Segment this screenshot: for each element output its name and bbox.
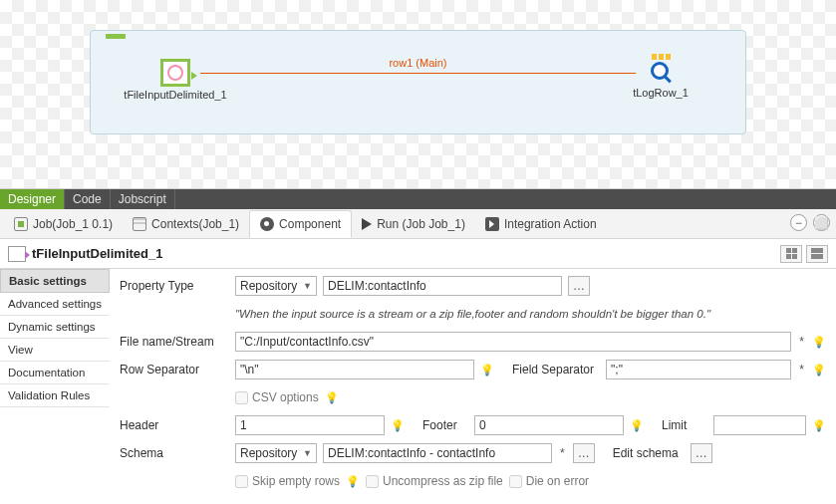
canvas-handle [106,34,126,39]
select-value: Repository [240,446,297,460]
node-label: tLogRow_1 [596,87,725,99]
hint-icon[interactable]: 💡 [346,475,360,488]
property-view-tabs: Job(Job_1 0.1) Contexts(Job_1) Component… [0,209,836,239]
nav-basic-settings[interactable]: Basic settings [0,269,110,293]
checkbox-label: Die on error [526,474,589,488]
property-type-label: Property Type [120,279,229,293]
component-header: tFileInputDelimited_1 [0,239,836,269]
nav-dynamic-settings[interactable]: Dynamic settings [0,316,110,339]
node-label: tFileInputDelimited_1 [111,89,240,101]
hint-icon[interactable]: 💡 [812,419,826,432]
schema-label: Schema [120,446,229,460]
tab-label: Component [279,217,341,231]
required-marker: * [797,335,806,349]
settings-side-nav: Basic settings Advanced settings Dynamic… [0,269,110,504]
component-type-icon [8,246,26,262]
uncompress-checkbox[interactable]: Uncompress as zip file [366,474,503,488]
field-separator-field[interactable]: ";" [606,360,791,379]
tab-label: Job(Job_1 0.1) [33,217,113,231]
schema-browse-button[interactable]: … [573,443,595,463]
required-marker: * [797,363,806,377]
row-separator-field[interactable]: "\n" [235,360,474,379]
nav-validation-rules[interactable]: Validation Rules [0,384,110,407]
node-tlogrow[interactable]: tLogRow_1 [596,59,725,99]
header-field[interactable]: 1 [235,415,385,435]
palette-icon [260,217,274,231]
field-value: 0 [479,418,486,432]
minimize-button[interactable]: − [790,214,807,231]
footer-field[interactable]: 0 [474,415,624,435]
tab-designer[interactable]: Designer [0,189,65,209]
field-value: DELIM:contactInfo [328,279,426,293]
skip-empty-input[interactable] [235,475,248,488]
skip-empty-rows-checkbox[interactable]: Skip empty rows [235,474,340,488]
filename-label: File name/Stream [120,335,229,349]
hint-icon[interactable]: 💡 [630,419,644,432]
tab-label: Run (Job Job_1) [377,217,465,231]
limit-field[interactable] [713,415,806,435]
uncompress-input[interactable] [366,475,379,488]
tab-contexts[interactable]: Contexts(Job_1) [123,210,249,238]
schema-select[interactable]: Repository ▼ [235,443,317,463]
flow-connector[interactable] [200,73,636,74]
tab-integration-action[interactable]: Integration Action [475,210,607,238]
property-type-select[interactable]: Repository ▼ [235,276,317,296]
footer-label: Footer [422,418,462,432]
select-value: Repository [240,279,297,293]
required-marker: * [558,446,567,460]
logrow-icon [646,59,676,85]
die-on-error-checkbox[interactable]: Die on error [509,474,589,488]
contexts-icon [133,217,146,231]
nav-view[interactable]: View [0,339,110,362]
edit-schema-button[interactable]: … [691,443,712,463]
chevron-down-icon: ▼ [303,448,312,458]
run-icon [362,218,372,230]
tab-jobscript[interactable]: Jobscript [111,189,175,209]
designer-canvas[interactable]: tFileInputDelimited_1 row1 (Main) tLogRo… [0,0,836,189]
tab-label: Contexts(Job_1) [151,217,239,231]
checkbox-label: CSV options [252,390,319,404]
checkbox-label: Uncompress as zip file [383,474,503,488]
editor-mode-tabs: Designer Code Jobscript [0,189,836,209]
field-value: "\n" [240,363,259,377]
schema-repo-field[interactable]: DELIM:contactInfo - contactInfo [323,443,552,463]
nav-advanced-settings[interactable]: Advanced settings [0,293,110,316]
view-list-button[interactable] [806,245,828,263]
property-repo-browse-button[interactable]: … [568,276,590,296]
field-value: ";" [611,363,623,377]
stream-note: "When the input source is a stream or a … [235,308,710,320]
filename-field[interactable]: "C:/Input/contactInfo.csv" [235,332,791,352]
chevron-down-icon: ▼ [303,281,312,291]
tab-label: Integration Action [504,217,597,231]
job-icon [14,217,28,231]
field-value: "C:/Input/contactInfo.csv" [240,335,374,349]
row-separator-label: Row Separator [120,363,229,377]
maximize-button[interactable]: ⬜ [813,214,830,231]
field-value: DELIM:contactInfo - contactInfo [328,446,495,460]
csv-options-input[interactable] [235,391,248,404]
basic-settings-form: Property Type Repository ▼ DELIM:contact… [110,269,836,504]
view-grid-button[interactable] [780,245,802,263]
hint-icon[interactable]: 💡 [391,419,405,432]
checkbox-label: Skip empty rows [252,474,340,488]
tab-code[interactable]: Code [65,189,111,209]
hint-icon[interactable]: 💡 [325,391,339,404]
die-on-error-input[interactable] [509,475,522,488]
tab-component[interactable]: Component [249,210,352,238]
hint-icon[interactable]: 💡 [480,364,494,377]
job-canvas-box[interactable]: tFileInputDelimited_1 row1 (Main) tLogRo… [90,30,746,134]
edit-schema-label: Edit schema [613,446,679,460]
hint-icon[interactable]: 💡 [812,336,826,349]
property-repo-field[interactable]: DELIM:contactInfo [323,276,562,296]
integration-icon [485,217,499,231]
header-label: Header [120,418,229,432]
tab-job[interactable]: Job(Job_1 0.1) [4,210,123,238]
field-value: 1 [240,418,247,432]
nav-documentation[interactable]: Documentation [0,362,110,384]
component-title: tFileInputDelimited_1 [32,246,162,261]
field-separator-label: Field Separator [512,363,594,377]
hint-icon[interactable]: 💡 [812,364,826,377]
csv-options-checkbox[interactable]: CSV options [235,390,319,404]
tab-run[interactable]: Run (Job Job_1) [352,210,475,238]
limit-label: Limit [662,418,701,432]
